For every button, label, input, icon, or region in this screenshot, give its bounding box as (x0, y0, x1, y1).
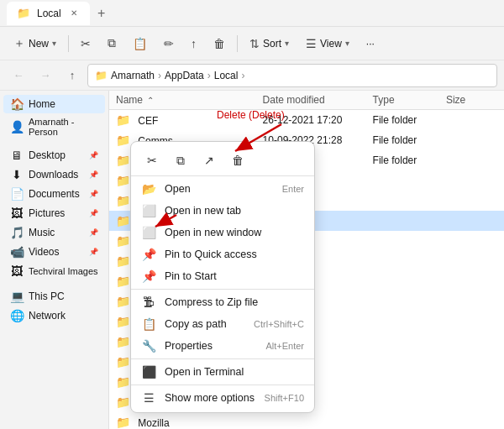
title-bar: 📁 Local ✕ + (0, 0, 504, 27)
pin-icon-3: 📌 (89, 190, 98, 198)
context-menu-item[interactable]: 📌 Pin to Quick access (131, 243, 314, 265)
folder-icon: 📁 (116, 254, 130, 268)
folder-icon: 📁 (116, 194, 130, 207)
context-menu-item[interactable]: 🔧 Properties Alt+Enter (131, 335, 314, 357)
ctx-cut-button[interactable]: ✂ (139, 149, 165, 172)
col-type-header: Type (373, 94, 446, 106)
downloads-icon: ⬇ (10, 168, 24, 181)
sidebar-item-techviral[interactable]: 🖼 Techviral Images (3, 262, 105, 280)
pin-icon-2: 📌 (89, 170, 98, 179)
view-button[interactable]: ☰ View ▾ (299, 34, 356, 54)
context-menu-separator (131, 358, 314, 359)
folder-icon: 📁 (116, 416, 130, 429)
paste-button[interactable]: 📋 (126, 34, 154, 54)
ctx-item-label: Pin to Quick access (165, 249, 304, 260)
toolbar: ＋ New ▾ ✂ ⧉ 📋 ✏ ↑ 🗑 ⇅ Sort ▾ ☰ View ▾ ··… (0, 27, 504, 60)
close-tab-button[interactable]: ✕ (68, 8, 80, 18)
file-row[interactable]: 📁 CEF 26-12-2021 17:20 File folder (109, 110, 504, 130)
context-menu-item[interactable]: ⬛ Open in Terminal (131, 361, 314, 383)
main-area: 🏠 Home 👤 Amarnath - Person 🖥 Desktop 📌 ⬇… (0, 91, 504, 429)
folder-icon: 📁 (116, 315, 130, 328)
up-button[interactable]: ↑ (60, 64, 84, 87)
home-icon: 🏠 (10, 97, 24, 111)
context-menu-separator (131, 385, 314, 385)
pin-icon-5: 📌 (89, 228, 98, 237)
sidebar-item-music[interactable]: 🎵 Music 📌 (3, 223, 105, 242)
paste-icon: 📋 (133, 37, 147, 50)
ctx-item-icon: 🔧 (141, 339, 156, 353)
sidebar-item-network-label: Network (29, 310, 66, 322)
ctx-item-label: Open in new window (165, 227, 304, 238)
sidebar-item-music-label: Music (29, 227, 55, 238)
col-date-header: Date modified (263, 94, 373, 106)
rename-icon: ✏ (164, 37, 174, 50)
file-type: File folder (373, 114, 446, 126)
folder-icon: 📁 (116, 133, 130, 147)
folder-icon: 📁 (116, 214, 130, 228)
rename-button[interactable]: ✏ (157, 34, 181, 54)
breadcrumb-part-3: Local (214, 70, 239, 81)
new-tab-button[interactable]: + (90, 2, 113, 25)
view-icon: ☰ (306, 37, 317, 50)
file-name: CEF (138, 115, 158, 127)
context-menu-item[interactable]: 📂 Open Enter (131, 178, 314, 200)
breadcrumb-part-2: AppData (165, 70, 204, 81)
context-menu-item[interactable]: 📋 Copy as path Ctrl+Shift+C (131, 313, 314, 335)
file-name: Mozilla (138, 417, 169, 429)
sidebar-item-network[interactable]: 🌐 Network (3, 306, 105, 325)
breadcrumb-part-1: Amarnath (111, 70, 155, 81)
file-list-header: Name ⌃ Date modified Type Size (109, 91, 504, 110)
ctx-share-icon: ↗ (204, 154, 214, 167)
back-button[interactable]: ← (7, 64, 30, 87)
ctx-item-shortcut: Alt+Enter (265, 341, 304, 351)
tab-label: Local (37, 8, 61, 19)
share-button[interactable]: ↑ (184, 34, 203, 54)
sidebar-item-pictures[interactable]: 🖼 Pictures 📌 (3, 204, 105, 222)
delete-button[interactable]: 🗑 (207, 34, 232, 54)
col-size-header: Size (446, 94, 497, 106)
pin-icon-6: 📌 (89, 248, 98, 256)
ctx-delete-button[interactable]: 🗑 (225, 149, 250, 172)
sidebar-item-home[interactable]: 🏠 Home (3, 95, 105, 113)
cut-button[interactable]: ✂ (74, 34, 97, 54)
col-name-header: Name ⌃ (116, 94, 263, 106)
context-menu-toolbar: ✂ ⧉ ↗ 🗑 (131, 145, 314, 176)
sidebar-item-pictures-label: Pictures (29, 207, 65, 219)
sidebar-item-documents[interactable]: 📄 Documents 📌 (3, 185, 105, 203)
sidebar-item-thispc[interactable]: 💻 This PC (3, 287, 105, 306)
context-menu-item[interactable]: ⬜ Open in new tab (131, 200, 314, 222)
breadcrumb-sep-2: › (207, 70, 211, 81)
ctx-item-label: Copy as path (165, 318, 245, 330)
sort-direction-icon: ⌃ (147, 96, 154, 105)
folder-icon: 📁 (116, 234, 130, 248)
file-row[interactable]: 📁 Mozilla (109, 412, 504, 429)
sidebar-item-videos[interactable]: 📹 Videos 📌 (3, 243, 105, 261)
ctx-item-label: Open in new tab (165, 205, 304, 217)
file-type: File folder (373, 154, 446, 166)
sidebar-item-downloads[interactable]: ⬇ Downloads 📌 (3, 165, 105, 184)
file-date: 26-12-2021 17:20 (263, 114, 373, 126)
copy-button[interactable]: ⧉ (101, 33, 123, 54)
folder-icon: 📁 (116, 113, 130, 127)
context-menu-item[interactable]: 🗜 Compress to Zip file (131, 291, 314, 313)
sidebar-item-home-label: Home (29, 98, 55, 110)
new-button[interactable]: ＋ New ▾ (7, 33, 63, 55)
forward-button[interactable]: → (34, 64, 57, 87)
context-menu-item[interactable]: ☰ Show more options Shift+F10 (131, 387, 314, 409)
sidebar-item-thispc-label: This PC (29, 290, 65, 302)
context-menu-item[interactable]: ⬜ Open in new window (131, 222, 314, 243)
ctx-item-icon: ⬜ (141, 204, 156, 217)
context-menu-items: 📂 Open Enter ⬜ Open in new tab ⬜ Open in… (131, 178, 314, 409)
breadcrumb-sep-3: › (241, 70, 244, 81)
sidebar-item-amarnath[interactable]: 👤 Amarnath - Person (3, 114, 105, 139)
tab-local[interactable]: 📁 Local ✕ (7, 2, 90, 25)
breadcrumb[interactable]: 📁 Amarnath › AppData › Local › (87, 64, 497, 87)
more-button[interactable]: ··· (360, 34, 381, 53)
file-type: File folder (373, 134, 446, 146)
ctx-share-button[interactable]: ↗ (197, 149, 222, 172)
sort-button[interactable]: ⇅ Sort ▾ (243, 34, 296, 54)
context-menu-item[interactable]: 📌 Pin to Start (131, 265, 314, 287)
sidebar-item-desktop[interactable]: 🖥 Desktop 📌 (3, 146, 105, 165)
folder-icon: 📁 (116, 295, 130, 308)
ctx-copy-button[interactable]: ⧉ (168, 149, 193, 172)
